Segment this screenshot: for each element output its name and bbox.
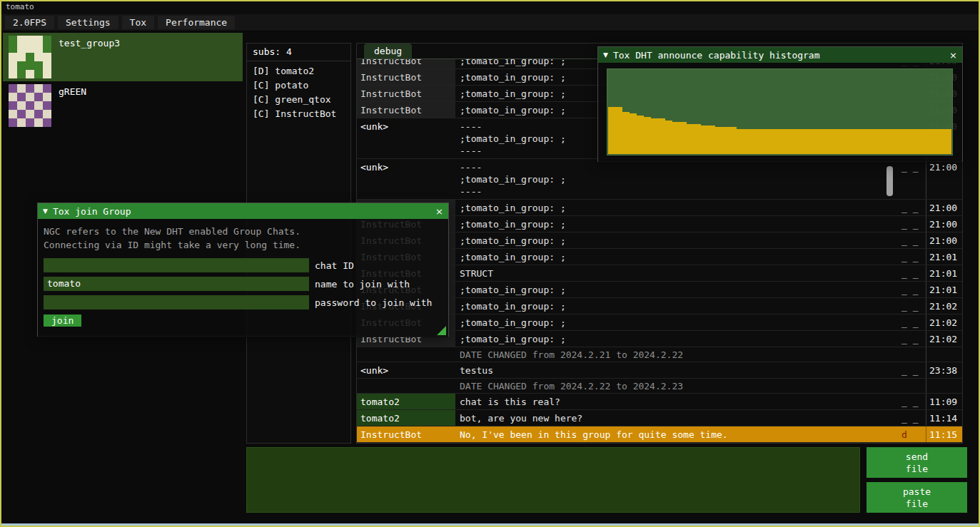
message-sender: [357, 347, 455, 362]
histogram-bar: [808, 129, 815, 154]
histogram-titlebar[interactable]: ▼ Tox DHT announce capability histogram …: [598, 47, 962, 63]
member-item[interactable]: [C] green_qtox: [247, 93, 350, 107]
message-row: tomato2chat is this real?_ _11:09: [357, 394, 962, 410]
message-sender: InstructBot: [357, 86, 455, 101]
histogram-bar: [944, 129, 951, 154]
group-item-test_group3[interactable]: test_group3: [3, 33, 243, 81]
histogram-bar: [815, 129, 822, 154]
send-file-button[interactable]: send file: [867, 447, 967, 478]
message-flags: _ _: [899, 265, 926, 281]
menu-settings[interactable]: Settings: [58, 16, 118, 29]
message-text: bot, are you new here?: [455, 410, 899, 426]
message-time: 21:00: [926, 200, 962, 215]
message-sender: tomato2: [357, 410, 455, 426]
message-sender: [357, 379, 455, 393]
members-separator: [247, 61, 350, 61]
date-changed-text: DATE CHANGED from 2024.2.21 to 2024.2.22: [455, 347, 899, 362]
message-flags: _ _: [899, 410, 926, 426]
message-text: testus: [455, 362, 899, 378]
histogram-bar: [859, 129, 866, 154]
histogram-bar: [923, 129, 930, 154]
resize-grip[interactable]: [437, 326, 446, 335]
histogram-bar: [630, 113, 637, 154]
histogram-bar: [909, 129, 916, 154]
histogram-bar: [615, 107, 622, 154]
group-avatar: [9, 36, 51, 78]
message-text: STRUCT: [455, 265, 899, 281]
message-sender: InstructBot: [357, 59, 455, 68]
histogram-bar: [822, 129, 829, 154]
histogram-bar: [722, 127, 729, 154]
message-input[interactable]: [246, 447, 860, 513]
window-titlebar[interactable]: tomato: [1, 1, 979, 14]
group-item-gREEN[interactable]: gREEN: [3, 81, 243, 130]
chat-id-input[interactable]: [44, 258, 309, 272]
composer: send file paste file: [246, 447, 967, 513]
histogram-bar: [844, 129, 852, 154]
join-name-input[interactable]: tomato: [44, 277, 309, 291]
histogram-bar: [779, 129, 787, 154]
join-info-line-2: Connecting via ID might take a very long…: [44, 238, 443, 252]
message-row: tomato2bot, are you new here?_ _11:14: [357, 410, 962, 426]
message-text: ;tomato_in_group: ;: [455, 232, 899, 248]
histogram-bar: [651, 118, 658, 154]
histogram-bar: [644, 117, 651, 154]
histogram-bar: [894, 129, 901, 154]
message-time: 21:01: [926, 265, 962, 281]
menu-tox[interactable]: Tox: [122, 16, 154, 29]
join-dialog-close-icon[interactable]: ×: [435, 206, 443, 217]
histogram-close-icon[interactable]: ×: [949, 50, 957, 61]
message-time: 21:01: [926, 249, 962, 265]
chat-scrollbar[interactable]: [886, 166, 893, 196]
collapse-icon[interactable]: ▼: [603, 51, 608, 58]
histogram-bar: [837, 129, 844, 154]
histogram-bar: [852, 129, 859, 154]
histogram-bar: [930, 129, 937, 154]
message-sender: <unk>: [357, 118, 455, 158]
dht-histogram-window: ▼ Tox DHT announce capability histogram …: [597, 46, 963, 162]
message-flags: _ _: [899, 249, 926, 265]
histogram-bar: [887, 129, 894, 154]
message-time: 21:01: [926, 282, 962, 297]
histogram-bar: [873, 129, 880, 154]
member-item[interactable]: [C] InstructBot: [247, 107, 350, 121]
histogram-bar: [701, 126, 708, 154]
histogram-bars: [608, 70, 951, 154]
collapse-icon[interactable]: ▼: [43, 208, 48, 215]
message-text: ;tomato_in_group: ;: [455, 282, 899, 297]
histogram-bar: [729, 127, 737, 154]
message-flags: _ _: [899, 314, 926, 330]
group-name: gREEN: [59, 84, 86, 97]
histogram-bar: [672, 122, 680, 154]
composer-buttons: send file paste file: [867, 447, 967, 513]
member-item[interactable]: [C] potato: [247, 78, 350, 93]
chat-id-label: chat ID: [315, 260, 354, 271]
message-flags: _ _: [899, 200, 926, 215]
tab-debug[interactable]: debug: [364, 44, 412, 58]
histogram-bar: [829, 129, 837, 154]
fps-indicator: 2.0FPS: [5, 16, 54, 29]
paste-file-button[interactable]: paste file: [867, 482, 967, 513]
join-dialog-titlebar[interactable]: ▼ Tox join Group ×: [38, 203, 448, 219]
menu-performance[interactable]: Performance: [158, 16, 235, 29]
histogram-bar: [744, 129, 751, 154]
histogram-bar: [637, 116, 644, 154]
window-title: tomato: [6, 2, 34, 11]
histogram-bar: [665, 121, 672, 154]
message-flags: _ _: [899, 216, 926, 232]
join-button[interactable]: join: [44, 314, 81, 327]
members-count: subs: 4: [247, 44, 350, 61]
date-separator-row: DATE CHANGED from 2024.2.21 to 2024.2.22: [357, 347, 962, 362]
date-separator-row: DATE CHANGED from 2024.2.22 to 2024.2.23: [357, 379, 962, 394]
join-fields: chat ID tomato name to join with passwor…: [44, 258, 443, 309]
message-row: <unk>----;tomato_in_group: ;----_ _21:00: [357, 159, 962, 200]
message-time: 21:00: [926, 159, 962, 199]
message-text: ;tomato_in_group: ;: [455, 249, 899, 265]
group-avatar: [9, 84, 51, 127]
app-window: tomato 2.0FPS Settings Tox Performance t…: [0, 0, 980, 527]
member-item[interactable]: [D] tomato2: [247, 64, 350, 78]
message-row: <unk>testus_ _23:38: [357, 362, 962, 379]
join-password-input[interactable]: [44, 295, 309, 309]
message-text: ;tomato_in_group: ;: [455, 298, 899, 314]
message-flags: [899, 347, 926, 362]
